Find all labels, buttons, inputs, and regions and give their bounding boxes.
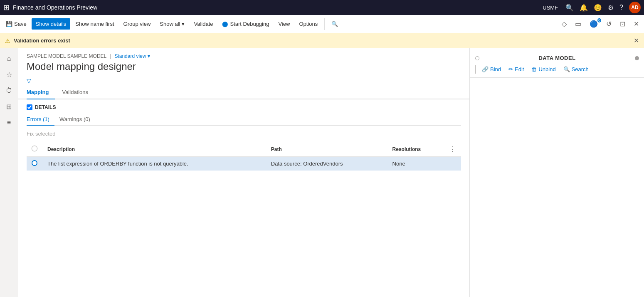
start-debugging-button[interactable]: ⬤ Start Debugging <box>218 18 273 30</box>
show-details-button[interactable]: Show details <box>32 18 71 30</box>
view-label: View <box>278 21 290 27</box>
validate-button[interactable]: Validate <box>190 18 217 30</box>
sidebar-list-icon[interactable]: ≡ <box>4 116 14 130</box>
col-description: Description <box>42 142 266 157</box>
sidebar-clock-icon[interactable]: ⏱ <box>2 84 16 98</box>
breadcrumb-view[interactable]: Standard view ▾ <box>114 53 150 59</box>
save-label: Save <box>14 21 27 27</box>
row-radio[interactable] <box>32 160 37 166</box>
filter-row: ▽ <box>18 76 469 86</box>
bind-button[interactable]: 🔗 Bind <box>479 64 504 74</box>
sidebar-grid-icon[interactable]: ⊞ <box>3 99 15 114</box>
data-model-actions: 🔗 Bind ✏ Edit 🗑 Unbind 🔍 Search <box>470 64 644 78</box>
breadcrumb-view-label: Standard view <box>114 53 146 59</box>
user-label: USMF <box>543 5 558 11</box>
help-icon[interactable]: ? <box>619 4 623 11</box>
breadcrumb-chevron: ▾ <box>148 53 150 59</box>
unbind-icon: 🗑 <box>531 66 537 72</box>
bind-label: Bind <box>490 66 501 72</box>
show-name-first-button[interactable]: Show name first <box>71 18 118 30</box>
refresh-icon-btn[interactable]: ↺ <box>603 18 615 30</box>
save-button[interactable]: 💾 Save <box>2 18 31 30</box>
popout-icon-btn[interactable]: ⊡ <box>617 18 629 30</box>
view-button[interactable]: View <box>274 18 294 30</box>
diamond-icon-btn[interactable]: ◇ <box>558 18 570 30</box>
tab-validations[interactable]: Validations <box>62 86 95 99</box>
tab-warnings[interactable]: Warnings (0) <box>59 114 95 126</box>
right-panel-header: DATA MODEL <box>470 48 644 64</box>
row-more <box>444 157 461 171</box>
table-row[interactable]: The list expression of ORDERBY function … <box>27 157 461 171</box>
error-tabs: Errors (1) Warnings (0) <box>27 114 461 126</box>
top-bar: ⊞ Finance and Operations Preview USMF 🔍 … <box>0 0 644 15</box>
warning-icon: ⚠ <box>5 37 10 44</box>
sidebar-star-icon[interactable]: ☆ <box>3 67 15 82</box>
toolbar-right: ◇ ▭ 🔵0 ↺ ⊡ ✕ <box>558 18 642 30</box>
options-button[interactable]: Options <box>295 18 322 30</box>
fix-selected-button[interactable]: Fix selected <box>27 129 55 139</box>
group-view-button[interactable]: Group view <box>119 18 155 30</box>
breadcrumb-model: SAMPLE MODEL SAMPLE MODEL <box>27 53 106 59</box>
tab-mapping[interactable]: Mapping <box>27 86 55 99</box>
close-button[interactable]: ✕ <box>630 18 642 30</box>
badge-icon-btn[interactable]: 🔵0 <box>586 18 601 30</box>
bell-icon[interactable]: 🔔 <box>580 4 588 12</box>
row-description: The list expression of ORDERBY function … <box>42 157 266 171</box>
avatar[interactable]: AD <box>629 2 641 13</box>
col-select <box>27 142 42 157</box>
search-dm-icon: 🔍 <box>563 66 570 72</box>
data-model-top-dot <box>475 56 479 60</box>
row-resolutions: None <box>387 157 444 171</box>
show-all-chevron: ▾ <box>182 21 185 27</box>
column-options-button[interactable]: ⋮ <box>449 145 456 153</box>
unbind-label: Unbind <box>538 66 555 72</box>
search-button[interactable]: 🔍 Search <box>560 64 592 74</box>
face-icon[interactable]: 😊 <box>594 4 602 12</box>
validation-message: Validation errors exist <box>14 37 70 44</box>
search-toolbar-button[interactable]: 🔍 <box>327 18 342 30</box>
details-section: DETAILS Errors (1) Warnings (0) Fix sele… <box>18 99 469 176</box>
show-all-label: Show all <box>160 21 180 27</box>
validation-banner: ⚠ Validation errors exist ✕ <box>0 33 644 48</box>
show-name-first-label: Show name first <box>75 21 114 27</box>
data-model-title: DATA MODEL <box>538 55 575 61</box>
edit-label: Edit <box>515 66 524 72</box>
details-checkbox[interactable] <box>27 104 32 110</box>
dm-separator-line <box>475 65 476 74</box>
main-tabs: Mapping Validations <box>18 86 469 99</box>
tab-errors[interactable]: Errors (1) <box>27 114 54 126</box>
apps-icon[interactable]: ⊞ <box>3 3 10 12</box>
breadcrumb-separator: | <box>110 53 111 59</box>
row-radio-cell <box>27 157 42 171</box>
save-icon: 💾 <box>6 21 12 27</box>
search-label: Search <box>572 66 589 72</box>
col-more: ⋮ <box>444 142 461 157</box>
details-header: DETAILS <box>27 104 461 110</box>
sidebar-home-icon[interactable]: ⌂ <box>4 52 15 66</box>
settings-icon[interactable]: ⚙ <box>608 4 614 12</box>
toolbar-search-icon: 🔍 <box>331 21 338 27</box>
header-radio <box>32 146 37 151</box>
left-sidebar: ⌂ ☆ ⏱ ⊞ ≡ <box>0 48 18 297</box>
validate-label: Validate <box>194 21 213 27</box>
search-icon[interactable]: 🔍 <box>565 4 574 12</box>
app-title: Finance and Operations Preview <box>13 4 539 11</box>
filter-icon[interactable]: ▽ <box>27 77 31 84</box>
bind-icon: 🔗 <box>482 66 489 72</box>
start-debugging-label: Start Debugging <box>230 21 269 27</box>
show-all-button[interactable]: Show all ▾ <box>155 18 189 30</box>
main-layout: ⌂ ☆ ⏱ ⊞ ≡ SAMPLE MODEL SAMPLE MODEL | St… <box>0 48 644 297</box>
panel-icon-btn[interactable]: ▭ <box>572 18 585 30</box>
page-title: Model mapping designer <box>18 59 469 76</box>
unbind-button[interactable]: 🗑 Unbind <box>528 64 559 74</box>
data-model-dot <box>635 56 639 60</box>
toolbar: 💾 Save Show details Show name first Grou… <box>0 15 644 33</box>
edit-button[interactable]: ✏ Edit <box>505 64 527 74</box>
breadcrumb: SAMPLE MODEL SAMPLE MODEL | Standard vie… <box>18 48 469 59</box>
col-path: Path <box>266 142 387 157</box>
error-table: Description Path Resolutions ⋮ <box>27 142 461 171</box>
left-panel: SAMPLE MODEL SAMPLE MODEL | Standard vie… <box>18 48 469 297</box>
validation-close-button[interactable]: ✕ <box>634 37 639 45</box>
group-view-label: Group view <box>123 21 151 27</box>
details-label: DETAILS <box>35 104 56 110</box>
